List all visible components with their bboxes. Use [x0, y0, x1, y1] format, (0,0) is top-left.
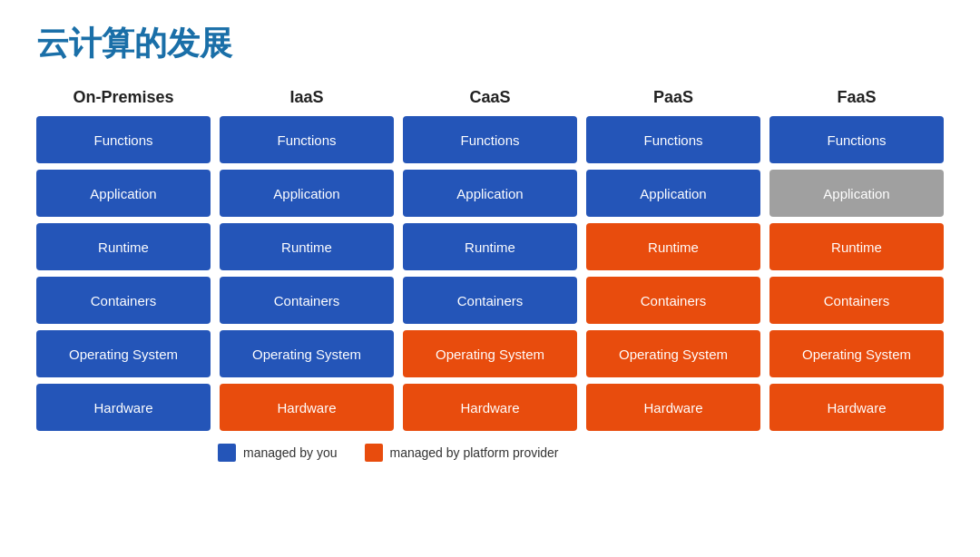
cell-runtime-row-col1: Runtime	[220, 223, 394, 270]
cell-os-row-col1: Operating System	[220, 330, 394, 377]
column-header-iaas: IaaS	[220, 88, 394, 107]
cell-functions-row-col1: Functions	[220, 116, 394, 163]
cell-application-row-col4: Application	[769, 170, 944, 217]
legend-blue: managed by you	[218, 444, 338, 462]
cell-application-row-col3: Application	[586, 170, 760, 217]
cell-os-row-col0: Operating System	[36, 330, 211, 377]
cell-runtime-row-col0: Runtime	[36, 223, 211, 270]
cell-runtime-row-col3: Runtime	[586, 223, 760, 270]
legend-orange-label: managed by platform provider	[390, 445, 559, 460]
cell-functions-row-col2: Functions	[403, 116, 577, 163]
hardware-row: HardwareHardwareHardwareHardwareHardware	[36, 384, 944, 431]
legend-orange-box	[365, 444, 383, 462]
column-header-faas: FaaS	[769, 88, 944, 107]
legend: managed by you managed by platform provi…	[36, 444, 944, 462]
cell-containers-row-col1: Containers	[220, 277, 394, 324]
containers-row: ContainersContainersContainersContainers…	[36, 277, 944, 324]
cell-functions-row-col4: Functions	[769, 116, 944, 163]
cell-hardware-row-col0: Hardware	[36, 384, 211, 431]
column-header-paas: PaaS	[586, 88, 760, 107]
application-row: ApplicationApplicationApplicationApplica…	[36, 170, 944, 217]
cell-application-row-col0: Application	[36, 170, 211, 217]
os-row: Operating SystemOperating SystemOperatin…	[36, 330, 944, 377]
cell-application-row-col1: Application	[220, 170, 394, 217]
column-header-caas: CaaS	[403, 88, 577, 107]
cell-containers-row-col4: Containers	[769, 277, 944, 324]
cell-functions-row-col0: Functions	[36, 116, 211, 163]
cell-hardware-row-col4: Hardware	[769, 384, 944, 431]
column-headers: On-PremisesIaaSCaaSPaaSFaaS	[36, 88, 944, 107]
cell-runtime-row-col2: Runtime	[403, 223, 577, 270]
cell-os-row-col4: Operating System	[769, 330, 944, 377]
column-header-on-premises: On-Premises	[36, 88, 211, 107]
legend-blue-box	[218, 444, 236, 462]
cell-runtime-row-col4: Runtime	[769, 223, 944, 270]
cell-functions-row-col3: Functions	[586, 116, 760, 163]
legend-orange: managed by platform provider	[365, 444, 559, 462]
cell-os-row-col3: Operating System	[586, 330, 760, 377]
page-title: 云计算的发展	[36, 22, 944, 66]
cell-os-row-col2: Operating System	[403, 330, 577, 377]
legend-blue-label: managed by you	[243, 445, 338, 460]
main-grid: FunctionsFunctionsFunctionsFunctionsFunc…	[36, 116, 944, 431]
runtime-row: RuntimeRuntimeRuntimeRuntimeRuntime	[36, 223, 944, 270]
functions-row: FunctionsFunctionsFunctionsFunctionsFunc…	[36, 116, 944, 163]
cell-hardware-row-col2: Hardware	[403, 384, 577, 431]
cell-containers-row-col2: Containers	[403, 277, 577, 324]
cell-hardware-row-col1: Hardware	[220, 384, 394, 431]
cell-containers-row-col3: Containers	[586, 277, 760, 324]
cell-hardware-row-col3: Hardware	[586, 384, 760, 431]
cell-application-row-col2: Application	[403, 170, 577, 217]
cell-containers-row-col0: Containers	[36, 277, 211, 324]
